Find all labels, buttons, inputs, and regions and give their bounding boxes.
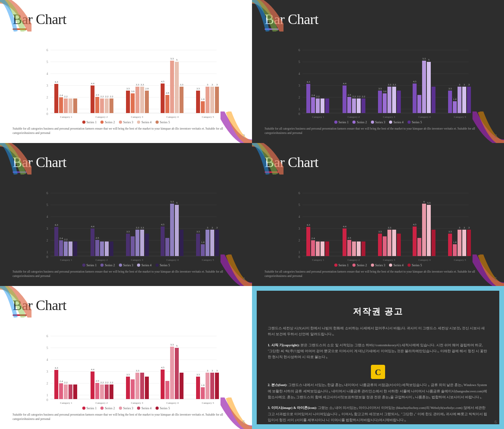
svg-text:2.4: 2.4 bbox=[59, 380, 63, 383]
svg-text:5: 5 bbox=[46, 346, 48, 350]
svg-rect-230 bbox=[417, 238, 421, 256]
svg-text:5: 5 bbox=[298, 60, 300, 64]
svg-rect-181 bbox=[201, 244, 205, 256]
svg-rect-184 bbox=[215, 230, 219, 256]
svg-rect-56 bbox=[196, 91, 200, 113]
svg-text:Category 2: Category 2 bbox=[96, 401, 108, 405]
svg-text:0: 0 bbox=[298, 112, 300, 116]
svg-rect-221 bbox=[378, 234, 382, 256]
svg-text:4.5: 4.5 bbox=[413, 223, 417, 226]
slide-3-chart: 6 5 4 3 2 1 0 Category 1 4.3 2.4 2.2 bbox=[13, 189, 239, 262]
svg-rect-295 bbox=[180, 373, 183, 399]
copyright-intro: 그랜드스 세컨상 시(X)사이 한에서 나빔의 헌화에 소비하는 시세에서 없어… bbox=[268, 325, 488, 338]
svg-text:2.2: 2.2 bbox=[110, 381, 113, 384]
svg-rect-59 bbox=[210, 87, 214, 113]
svg-rect-276 bbox=[109, 384, 113, 399]
slide-1-underline bbox=[13, 28, 27, 30]
svg-rect-217 bbox=[361, 241, 365, 256]
svg-text:Category 1: Category 1 bbox=[60, 258, 72, 262]
svg-text:3.5: 3.5 bbox=[378, 87, 382, 90]
svg-text:3: 3 bbox=[211, 369, 213, 372]
svg-text:1: 1 bbox=[46, 108, 48, 111]
svg-rect-182 bbox=[206, 230, 209, 256]
svg-text:3: 3 bbox=[207, 226, 208, 229]
svg-text:3: 3 bbox=[46, 370, 48, 373]
svg-rect-284 bbox=[131, 379, 135, 399]
svg-text:4.5: 4.5 bbox=[161, 80, 165, 83]
svg-text:5.5: 5.5 bbox=[427, 201, 431, 204]
svg-rect-157 bbox=[105, 241, 109, 256]
svg-rect-91 bbox=[347, 97, 351, 113]
svg-rect-180 bbox=[196, 234, 200, 256]
svg-rect-301 bbox=[201, 387, 205, 399]
svg-rect-145 bbox=[54, 227, 58, 256]
svg-text:3.5: 3.5 bbox=[126, 87, 130, 90]
svg-rect-83 bbox=[316, 98, 320, 113]
svg-text:Category 5: Category 5 bbox=[454, 258, 466, 262]
svg-text:3: 3 bbox=[211, 83, 213, 86]
svg-text:Category 4: Category 4 bbox=[167, 115, 179, 119]
slide-1-title: Bar Chart bbox=[13, 11, 239, 28]
svg-text:1.8: 1.8 bbox=[201, 384, 205, 387]
svg-text:Category 4: Category 4 bbox=[419, 115, 431, 119]
svg-rect-163 bbox=[131, 236, 135, 256]
svg-rect-291 bbox=[161, 370, 165, 399]
svg-text:6: 6 bbox=[46, 334, 48, 338]
svg-text:3: 3 bbox=[216, 83, 218, 86]
svg-text:2.5: 2.5 bbox=[96, 236, 99, 240]
svg-text:Category 3: Category 3 bbox=[383, 258, 395, 262]
svg-rect-213 bbox=[343, 228, 346, 256]
svg-text:4.4: 4.4 bbox=[91, 368, 94, 371]
svg-rect-231 bbox=[422, 204, 426, 256]
svg-text:2.4: 2.4 bbox=[59, 237, 63, 240]
svg-text:Category 3: Category 3 bbox=[131, 258, 143, 262]
svg-rect-215 bbox=[352, 241, 356, 256]
svg-rect-82 bbox=[311, 97, 315, 113]
svg-rect-113 bbox=[422, 61, 426, 113]
slide-5-legend: Series 1 Series 2 Series 3 Series 4 Seri… bbox=[13, 407, 239, 410]
svg-text:6: 6 bbox=[298, 191, 300, 195]
svg-rect-287 bbox=[145, 377, 149, 399]
slide-1-number: 2 bbox=[243, 133, 245, 139]
svg-rect-105 bbox=[397, 91, 401, 113]
slide-3-chart-area: 6 5 4 3 2 1 0 Category 1 4.3 2.4 2.2 bbox=[13, 176, 239, 278]
svg-text:2.2: 2.2 bbox=[105, 381, 109, 384]
slide-4-underline bbox=[265, 171, 279, 173]
svg-rect-174 bbox=[175, 205, 179, 256]
svg-text:2.5: 2.5 bbox=[348, 93, 351, 97]
svg-rect-48 bbox=[175, 62, 179, 113]
svg-rect-27 bbox=[109, 98, 113, 113]
svg-text:4: 4 bbox=[46, 215, 48, 219]
svg-text:3.3: 3.3 bbox=[388, 83, 391, 86]
svg-rect-34 bbox=[126, 91, 130, 113]
svg-text:3.5: 3.5 bbox=[196, 87, 200, 90]
svg-rect-238 bbox=[448, 234, 452, 256]
svg-rect-111 bbox=[413, 84, 417, 113]
svg-rect-149 bbox=[73, 241, 77, 256]
svg-text:Category 1: Category 1 bbox=[312, 115, 324, 119]
svg-text:5: 5 bbox=[176, 58, 178, 61]
svg-rect-304 bbox=[215, 373, 219, 399]
slide-2-underline bbox=[265, 28, 279, 30]
svg-text:3.3: 3.3 bbox=[136, 83, 139, 86]
svg-rect-183 bbox=[210, 230, 214, 256]
svg-rect-85 bbox=[325, 98, 329, 113]
svg-rect-104 bbox=[392, 87, 396, 113]
svg-text:3: 3 bbox=[46, 227, 48, 230]
svg-rect-156 bbox=[100, 241, 104, 256]
svg-rect-164 bbox=[135, 230, 139, 256]
slide-2-chart-area: 6 5 4 3 2 1 0 Category 1 4.3 2.4 2.2 bbox=[265, 33, 491, 135]
svg-text:1.8: 1.8 bbox=[453, 98, 457, 101]
slide-4-desc: Suitable for all categories business and… bbox=[265, 269, 491, 279]
svg-text:3: 3 bbox=[46, 84, 48, 87]
svg-text:1.8: 1.8 bbox=[201, 98, 205, 101]
svg-text:6: 6 bbox=[46, 48, 48, 52]
svg-rect-206 bbox=[311, 240, 315, 256]
slide-3-desc: Suitable for all categories business and… bbox=[13, 269, 239, 279]
svg-rect-25 bbox=[100, 98, 104, 113]
svg-text:4.4: 4.4 bbox=[91, 225, 94, 228]
svg-text:5: 5 bbox=[298, 203, 300, 207]
svg-text:2: 2 bbox=[298, 96, 300, 99]
svg-text:2.2: 2.2 bbox=[64, 95, 68, 98]
svg-rect-263 bbox=[54, 370, 58, 399]
